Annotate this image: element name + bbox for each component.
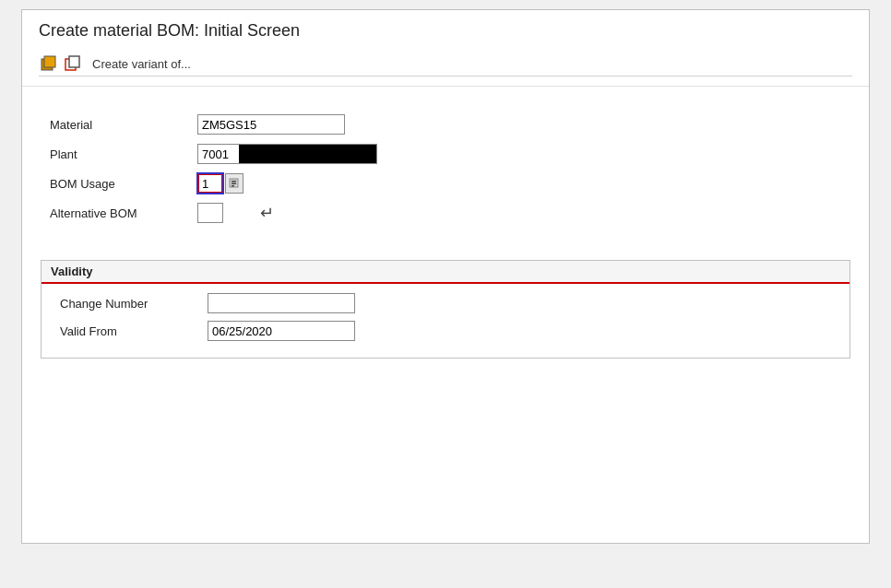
svg-rect-1 [44,56,55,67]
material-bom-icon[interactable] [39,53,59,74]
plant-black-field [239,144,377,164]
panel: Create material BOM: Initial Screen [21,9,870,544]
plant-number-input[interactable] [197,144,239,164]
valid-from-input[interactable] [208,321,355,341]
bom-usage-label: BOM Usage [50,177,197,191]
valid-from-row: Valid From [60,321,831,341]
validity-section-body: Change Number Valid From [42,284,849,358]
svg-rect-3 [69,56,79,67]
copy-icon[interactable] [63,53,83,74]
material-input[interactable] [197,114,345,135]
alt-bom-row: Alternative BOM ↵ [50,203,841,223]
alt-bom-input[interactable] [197,203,223,223]
svg-rect-5 [232,181,236,182]
panel-header: Create material BOM: Initial Screen [22,10,869,87]
validity-section: Validity Change Number Valid From [41,260,850,359]
toolbar: Create variant of... [39,48,852,76]
cursor-icon: ↵ [260,203,274,223]
material-label: Material [50,118,197,132]
bom-usage-wrapper [197,173,244,194]
bom-usage-row: BOM Usage [50,173,841,194]
create-variant-label: Create variant of... [92,57,191,71]
change-number-label: Change Number [60,297,208,311]
main-container: Create material BOM: Initial Screen [0,0,891,588]
validity-section-header: Validity [42,261,849,284]
bom-usage-input[interactable] [197,173,223,194]
material-row: Material [50,114,841,135]
plant-label: Plant [50,147,197,161]
valid-from-label: Valid From [60,324,208,338]
alt-bom-label: Alternative BOM [50,206,197,220]
change-number-row: Change Number [60,293,831,313]
svg-rect-6 [232,183,236,185]
page-title: Create material BOM: Initial Screen [39,21,852,41]
plant-row: Plant [50,144,841,164]
form-area: Material Plant BOM Usage [22,87,869,241]
change-number-input[interactable] [208,293,355,313]
svg-rect-7 [232,185,234,187]
bom-usage-lookup-button[interactable] [225,173,244,194]
